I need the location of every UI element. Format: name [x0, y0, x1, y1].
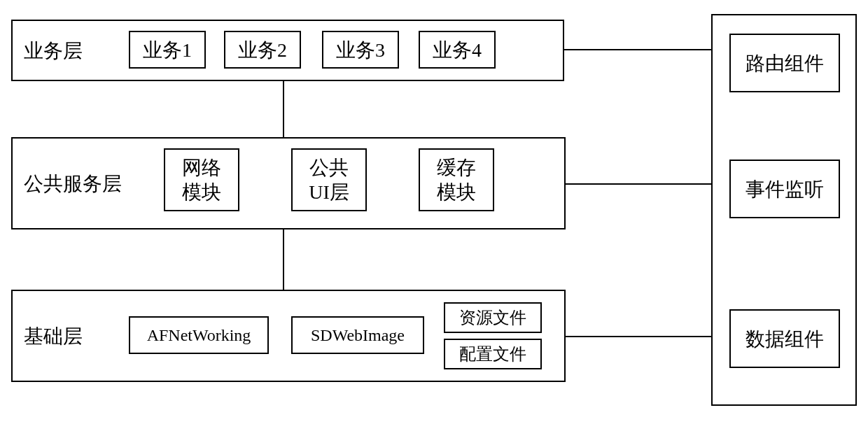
service-item-ui: 公共 UI层 — [291, 148, 367, 211]
base-item-sdwebimage: SDWebImage — [291, 316, 424, 354]
base-layer-title: 基础层 — [24, 324, 83, 348]
connector-service-to-sidebar — [566, 183, 711, 185]
service-item-network: 网络 模块 — [164, 148, 239, 211]
business-item-2: 业务2 — [224, 31, 301, 69]
business-item-4: 业务4 — [419, 31, 496, 69]
base-item-resource: 资源文件 — [444, 302, 542, 333]
service-layer-title: 公共服务层 — [24, 171, 122, 196]
service-item-cache: 缓存 模块 — [419, 148, 494, 211]
base-item-afnetworking: AFNetWorking — [129, 316, 269, 354]
business-layer-title: 业务层 — [24, 38, 83, 63]
sidebar-item-data: 数据组件 — [729, 309, 840, 368]
business-item-3: 业务3 — [322, 31, 399, 69]
sidebar-item-event: 事件监听 — [729, 160, 840, 218]
connector-base-to-sidebar — [566, 336, 711, 337]
connector-business-to-service — [283, 81, 284, 137]
connector-business-to-sidebar — [564, 49, 711, 50]
connector-service-to-base — [283, 229, 284, 290]
base-item-config: 配置文件 — [444, 339, 542, 369]
business-item-1: 业务1 — [129, 31, 206, 69]
sidebar-item-router: 路由组件 — [729, 34, 840, 92]
